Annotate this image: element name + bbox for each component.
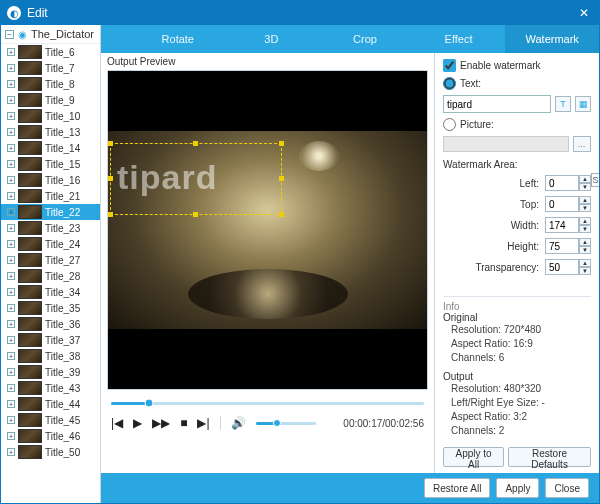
picture-radio[interactable] <box>443 118 456 131</box>
resize-handle[interactable] <box>279 176 284 181</box>
left-input[interactable] <box>545 175 579 191</box>
transparency-input[interactable] <box>545 259 579 275</box>
text-radio[interactable] <box>443 77 456 90</box>
sidebar-item[interactable]: +Title_10 <box>1 108 100 124</box>
width-spinner[interactable]: ▲▼ <box>545 217 591 233</box>
restore-all-button[interactable]: Restore All <box>424 478 490 498</box>
apply-to-all-button[interactable]: Apply to All <box>443 447 504 467</box>
expand-icon[interactable]: + <box>7 368 15 376</box>
sidebar-item[interactable]: +Title_50 <box>1 444 100 460</box>
spin-down-icon[interactable]: ▼ <box>579 246 591 254</box>
sidebar-item[interactable]: +Title_34 <box>1 284 100 300</box>
spin-down-icon[interactable]: ▼ <box>579 267 591 275</box>
spin-down-icon[interactable]: ▼ <box>579 204 591 212</box>
sidebar-item[interactable]: +Title_46 <box>1 428 100 444</box>
play-button[interactable]: ▶ <box>133 416 142 430</box>
sidebar-item[interactable]: +Title_21 <box>1 188 100 204</box>
enable-watermark-checkbox[interactable] <box>443 59 456 72</box>
expand-icon[interactable]: + <box>7 144 15 152</box>
tab-crop[interactable]: Crop <box>318 25 412 53</box>
prev-frame-button[interactable]: |◀ <box>111 416 123 430</box>
spin-up-icon[interactable]: ▲ <box>579 259 591 267</box>
sidebar-item[interactable]: +Title_7 <box>1 60 100 76</box>
sidebar-item[interactable]: +Title_22 <box>1 204 100 220</box>
sidebar-item[interactable]: +Title_36 <box>1 316 100 332</box>
sidebar-item[interactable]: +Title_14 <box>1 140 100 156</box>
spin-down-icon[interactable]: ▼ <box>579 225 591 233</box>
expand-icon[interactable]: + <box>7 240 15 248</box>
expand-icon[interactable]: + <box>7 160 15 168</box>
browse-button[interactable]: … <box>573 136 591 152</box>
resize-handle[interactable] <box>193 141 198 146</box>
top-input[interactable] <box>545 196 579 212</box>
height-spinner[interactable]: ▲▼ <box>545 238 591 254</box>
sidebar-item[interactable]: +Title_43 <box>1 380 100 396</box>
color-button[interactable]: ▦ <box>575 96 591 112</box>
sidebar-root[interactable]: − ◉ The_Dictator <box>1 25 100 44</box>
expand-icon[interactable]: + <box>7 400 15 408</box>
resize-handle[interactable] <box>108 176 113 181</box>
close-button[interactable]: Close <box>545 478 589 498</box>
expand-icon[interactable]: + <box>7 256 15 264</box>
left-spinner[interactable]: ▲▼ <box>545 175 591 191</box>
resize-handle[interactable] <box>279 212 284 217</box>
sidebar-item[interactable]: +Title_15 <box>1 156 100 172</box>
top-spinner[interactable]: ▲▼ <box>545 196 591 212</box>
sidebar-item[interactable]: +Title_8 <box>1 76 100 92</box>
sidebar-item[interactable]: +Title_39 <box>1 364 100 380</box>
volume-slider[interactable] <box>256 422 316 425</box>
spin-up-icon[interactable]: ▲ <box>579 196 591 204</box>
expand-icon[interactable]: + <box>7 224 15 232</box>
spin-up-icon[interactable]: ▲ <box>579 175 591 183</box>
seek-bar[interactable] <box>111 398 424 408</box>
sidebar-item[interactable]: +Title_9 <box>1 92 100 108</box>
sidebar-item[interactable]: +Title_37 <box>1 332 100 348</box>
collapse-icon[interactable]: − <box>5 30 14 39</box>
sidebar-item[interactable]: +Title_38 <box>1 348 100 364</box>
apply-button[interactable]: Apply <box>496 478 539 498</box>
expand-icon[interactable]: + <box>7 432 15 440</box>
width-input[interactable] <box>545 217 579 233</box>
resize-handle[interactable] <box>193 212 198 217</box>
expand-icon[interactable]: + <box>7 448 15 456</box>
sidebar-item[interactable]: +Title_23 <box>1 220 100 236</box>
sidebar-item[interactable]: +Title_24 <box>1 236 100 252</box>
expand-icon[interactable]: + <box>7 128 15 136</box>
seek-track[interactable] <box>111 402 424 405</box>
side-flag[interactable]: S <box>591 173 599 187</box>
tab-effect[interactable]: Effect <box>412 25 506 53</box>
expand-icon[interactable]: + <box>7 336 15 344</box>
next-frame-button[interactable]: ▶| <box>197 416 209 430</box>
sidebar-item[interactable]: +Title_13 <box>1 124 100 140</box>
watermark-bounding-box[interactable]: tipard <box>110 143 282 215</box>
expand-icon[interactable]: + <box>7 272 15 280</box>
tab-watermark[interactable]: Watermark <box>505 25 599 53</box>
expand-icon[interactable]: + <box>7 320 15 328</box>
sidebar-item[interactable]: +Title_27 <box>1 252 100 268</box>
resize-handle[interactable] <box>279 141 284 146</box>
volume-knob[interactable] <box>273 419 281 427</box>
sidebar-item[interactable]: +Title_44 <box>1 396 100 412</box>
fast-forward-button[interactable]: ▶▶ <box>152 416 170 430</box>
spin-down-icon[interactable]: ▼ <box>579 183 591 191</box>
expand-icon[interactable]: + <box>7 112 15 120</box>
volume-icon[interactable]: 🔊 <box>231 416 246 430</box>
watermark-text-input[interactable] <box>443 95 551 113</box>
expand-icon[interactable]: + <box>7 416 15 424</box>
sidebar-item[interactable]: +Title_45 <box>1 412 100 428</box>
expand-icon[interactable]: + <box>7 64 15 72</box>
stop-button[interactable]: ■ <box>180 416 187 430</box>
tab-3d[interactable]: 3D <box>225 25 319 53</box>
expand-icon[interactable]: + <box>7 48 15 56</box>
font-button[interactable]: T <box>555 96 571 112</box>
expand-icon[interactable]: + <box>7 96 15 104</box>
sidebar-item[interactable]: +Title_16 <box>1 172 100 188</box>
sidebar-item[interactable]: +Title_28 <box>1 268 100 284</box>
height-input[interactable] <box>545 238 579 254</box>
resize-handle[interactable] <box>108 212 113 217</box>
expand-icon[interactable]: + <box>7 304 15 312</box>
close-icon[interactable]: ✕ <box>575 6 593 20</box>
resize-handle[interactable] <box>108 141 113 146</box>
spin-up-icon[interactable]: ▲ <box>579 238 591 246</box>
expand-icon[interactable]: + <box>7 352 15 360</box>
